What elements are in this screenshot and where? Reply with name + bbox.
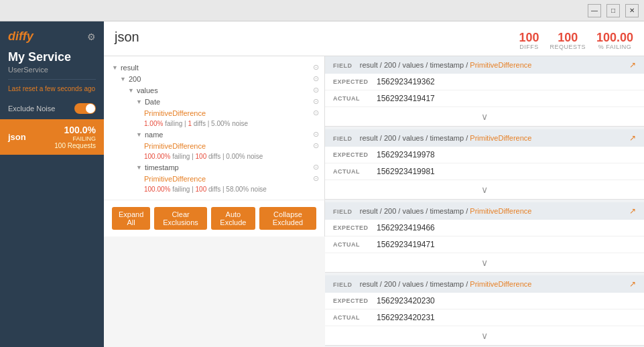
tree-key-timestamp: timestamp [145,163,179,171]
minimize-button[interactable]: — [588,4,601,17]
tree-panel: ▼ result ⊙ ▼ 200 ⊙ ▼ values ⊙ [104,56,325,200]
sidebar-gear-icon[interactable]: ⚙ [87,31,96,42]
clear-exclusions-button[interactable]: Clear Exclusions [154,207,206,230]
exclude-noise-label: Exclude Noise [8,105,55,113]
tree-item-date-diff[interactable]: PrimitiveDifference ⊙ 1.00% failing | 1 … [104,107,324,129]
tree-item-date[interactable]: ▼ Date ⊙ [104,96,324,107]
exclude-noise-toggle[interactable] [74,103,96,114]
chevron-down-icon-2[interactable]: ∨ [481,184,488,195]
diff-name-date: PrimitiveDifference [144,109,206,117]
diff-stats-name: 100.00% failing | 100 diffs | 0.00% nois… [144,153,263,160]
tree-item-timestamp-diff[interactable]: PrimitiveDifference ⊙ 100.00% failing | … [104,173,324,194]
tree-item-timestamp[interactable]: ▼ timestamp ⊙ [104,161,324,173]
detail-actual-row-3: ACTUAL 1562923419471 [325,236,644,253]
tree-item-result[interactable]: ▼ result ⊙ [104,62,324,73]
stat-failing-number: 100.00 [596,31,633,44]
sidebar-logo: diffy [8,29,34,44]
detail-card-1: FIELD result / 200 / values / timestamp … [325,56,644,127]
detail-footer-2: ∨ [325,180,644,199]
detail-expected-row-1: EXPECTED 1562923419362 [325,74,644,90]
detail-actual-row-4: ACTUAL 1562923420231 [325,309,644,326]
title-bar: — □ ✕ [0,0,644,21]
details-panel: FIELD result / 200 / values / timestamp … [325,56,644,347]
main-content: json 100 DIFFS 100 REQUESTS 100.00 % FAI… [104,21,644,347]
last-reset-text: Last reset a few seconds ago [0,80,104,98]
tree-key-result: result [121,64,139,72]
detail-expected-row-4: EXPECTED 1562923420230 [325,293,644,309]
detail-link-1[interactable]: ↗ [629,60,636,70]
detail-field-1: FIELD result / 200 / values / timestamp … [333,60,531,70]
settings-icon-timestamp-diff[interactable]: ⊙ [313,174,319,183]
settings-icon-date[interactable]: ⊙ [313,97,319,106]
detail-footer-3: ∨ [325,253,644,272]
collapse-excluded-button[interactable]: Collapse Excluded [259,207,316,230]
sidebar-header: diffy ⚙ [0,21,104,48]
detail-expected-value-3: 1562923419466 [377,223,435,232]
settings-icon-date-diff[interactable]: ⊙ [313,109,319,117]
stat-diffs-label: DIFFS [519,44,539,50]
detail-card-header-1: FIELD result / 200 / values / timestamp … [325,56,644,74]
tree-arrow-result[interactable]: ▼ [112,64,118,71]
tree-item-200[interactable]: ▼ 200 ⊙ [104,73,324,84]
app-container: diffy ⚙ My Service UserService Last rese… [0,21,644,347]
detail-card-header-4: FIELD result / 200 / values / timestamp … [325,275,644,293]
settings-icon-result[interactable]: ⊙ [313,63,319,72]
settings-icon-name-diff[interactable]: ⊙ [313,141,319,150]
tree-arrow-date[interactable]: ▼ [136,98,142,105]
detail-card-4: FIELD result / 200 / values / timestamp … [325,275,644,346]
service-name: My Service [0,48,104,64]
stat-diffs: 100 DIFFS [519,31,539,50]
diff-stats-date: 1.00% failing | 1 diffs | 5.00% noise [144,120,248,127]
chevron-down-icon-1[interactable]: ∨ [481,111,488,122]
detail-expected-value-1: 1562923419362 [377,77,435,86]
stat-requests-label: REQUESTS [550,44,586,50]
detail-field-4: FIELD result / 200 / values / timestamp … [333,279,531,289]
detail-card-header-2: FIELD result / 200 / values / timestamp … [325,129,644,147]
detail-footer-4: ∨ [325,326,644,345]
tree-arrow-name[interactable]: ▼ [136,131,142,138]
tree-arrow-timestamp[interactable]: ▼ [136,164,142,171]
detail-actual-row-1: ACTUAL 1562923419417 [325,90,644,107]
tree-footer: Expand All Clear Exclusions Auto Exclude… [104,200,325,236]
split-view: ▼ result ⊙ ▼ 200 ⊙ ▼ values ⊙ [104,56,644,347]
detail-card-2: FIELD result / 200 / values / timestamp … [325,129,644,200]
chevron-down-icon-3[interactable]: ∨ [481,257,488,268]
maximize-button[interactable]: □ [606,4,620,17]
sidebar-json-requests: 100 Requests [54,142,96,149]
stat-diffs-number: 100 [519,31,539,44]
settings-icon-200[interactable]: ⊙ [313,74,319,83]
settings-icon-name[interactable]: ⊙ [313,130,319,139]
detail-actual-value-4: 1562923420231 [377,313,435,322]
exclude-noise-row: Exclude Noise [0,98,104,119]
detail-actual-value-3: 1562923419471 [377,240,435,249]
service-subtitle: UserService [0,64,104,79]
sidebar-item-json[interactable]: json 100.0% FAILING 100 Requests [0,119,104,155]
stat-failing: 100.00 % FAILING [596,31,633,50]
header-stats: 100 DIFFS 100 REQUESTS 100.00 % FAILING [519,31,633,50]
chevron-down-icon-4[interactable]: ∨ [481,330,488,341]
page-title: json [115,29,139,45]
detail-actual-row-2: ACTUAL 1562923419981 [325,163,644,180]
detail-link-2[interactable]: ↗ [629,133,636,143]
settings-icon-values[interactable]: ⊙ [313,86,319,94]
detail-link-4[interactable]: ↗ [629,279,636,289]
detail-field-2: FIELD result / 200 / values / timestamp … [333,133,531,143]
close-button[interactable]: ✕ [625,4,639,17]
stat-requests-number: 100 [550,31,586,44]
detail-card-3: FIELD result / 200 / values / timestamp … [325,202,644,273]
settings-icon-timestamp[interactable]: ⊙ [313,163,319,171]
auto-exclude-button[interactable]: Auto Exclude [211,207,255,230]
tree-item-values[interactable]: ▼ values ⊙ [104,84,324,96]
tree-item-name[interactable]: ▼ name ⊙ [104,129,324,140]
tree-key-name: name [145,131,164,139]
detail-expected-value-4: 1562923420230 [377,296,435,305]
sidebar-json-fail-label: FAILING [54,135,96,142]
diff-name-timestamp: PrimitiveDifference [144,175,206,183]
main-header: json 100 DIFFS 100 REQUESTS 100.00 % FAI… [104,21,644,56]
tree-item-name-diff[interactable]: PrimitiveDifference ⊙ 100.00% failing | … [104,140,324,161]
detail-link-3[interactable]: ↗ [629,206,636,216]
tree-arrow-200[interactable]: ▼ [120,76,126,82]
expand-all-button[interactable]: Expand All [112,207,150,230]
tree-key-date: Date [145,98,160,106]
tree-arrow-values[interactable]: ▼ [128,87,134,94]
